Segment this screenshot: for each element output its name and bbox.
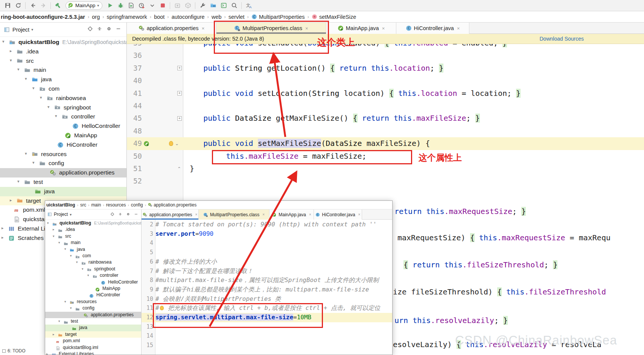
project-panel-header: Project ▾ — [0, 23, 126, 37]
tree-item-java[interactable]: java — [0, 187, 126, 196]
tree-item-src[interactable]: ▾src — [0, 56, 126, 66]
code-text: #multipart.max-file-size，属性可以指定SpringBoo… — [155, 276, 379, 285]
code-line-45[interactable]: 45 public DataSize getMaxFileSize() { re… — [127, 112, 644, 124]
code-line-41[interactable]: 41 public void setLocation(String locati… — [127, 87, 644, 100]
tree-item-controller[interactable]: ▾controller — [0, 112, 126, 121]
collapse-arrow-icon[interactable]: ▾ — [2, 39, 5, 44]
hammer-button[interactable] — [53, 1, 63, 10]
breadcrumb-label: config — [131, 202, 143, 208]
collapse-arrow-icon[interactable]: ▾ — [10, 58, 12, 63]
collapse-button[interactable] — [97, 26, 102, 33]
code-fragment-5[interactable]: urn this.resolveLazily; } — [394, 314, 508, 327]
breadcrumb-item-resources[interactable]: resources — [106, 202, 126, 208]
line-number: 44 — [127, 100, 142, 112]
expand-arrow-icon[interactable]: ▸ — [10, 198, 12, 203]
code-fragment-4[interactable]: ize fileSizeThreshold) { this.fileSizeTh… — [393, 286, 606, 298]
breadcrumb-item-ring-boot-autoconfigure-2-5-3-jar[interactable]: ring-boot-autoconfigure-2.5.3.jar — [1, 14, 85, 20]
collapse-arrow-icon[interactable]: ▾ — [17, 179, 20, 184]
tree-item-idea[interactable]: ▸.idea — [0, 47, 126, 56]
gear-button[interactable] — [106, 26, 112, 33]
code-line-52[interactable]: 52 — [127, 175, 644, 187]
debug-button[interactable] — [115, 1, 126, 10]
tree-item-quickstartblog[interactable]: ▾quickstartBlogE:\Java\SpringBoot\quicks… — [0, 38, 126, 47]
tree-item-test[interactable]: ▾test — [0, 178, 126, 187]
code-fragment-3[interactable]: { return this.fileSizeThreshold; } — [403, 259, 557, 271]
tree-item-label: controller — [71, 112, 95, 121]
breadcrumb-item-config[interactable]: config — [131, 202, 143, 208]
expand-arrow-icon[interactable]: ▸ — [10, 49, 12, 53]
close-tab-icon[interactable]: × — [202, 26, 205, 31]
breadcrumb-label: ring-boot-autoconfigure-2.5.3.jar — [1, 14, 85, 20]
code-fragment-1[interactable]: return this.maxRequestSize; } — [394, 205, 526, 218]
code-line-51[interactable]: 51 }⌃ — [127, 162, 644, 175]
tree-item-resources[interactable]: ▾resources — [0, 150, 126, 159]
hammer-icon — [55, 2, 61, 9]
gear-button[interactable] — [126, 211, 130, 218]
back-button[interactable] — [27, 1, 38, 10]
code-line-3: 3server.port=9090 — [45, 229, 393, 239]
minus-button[interactable] — [134, 211, 138, 218]
chevron-down-icon[interactable]: ▾ — [31, 27, 33, 32]
todo-toolwindow-button[interactable]: 6: TODO — [2, 348, 26, 353]
tree-item-application-properties[interactable]: application.properties — [0, 168, 126, 178]
tree-item-com[interactable]: ▾com — [0, 84, 126, 94]
tree-item-mainapp[interactable]: MainApp — [0, 131, 126, 140]
code-fragment-2[interactable]: maxRequestSize) { this.maxRequestSize = … — [397, 232, 611, 244]
expand-arrow-icon[interactable]: ▸ — [2, 235, 4, 240]
collapse-arrow-icon[interactable]: ▾ — [32, 160, 35, 165]
tree-item-hellocontroller[interactable]: CHelloController — [0, 121, 126, 131]
breadcrumb-item-uickstartblog[interactable]: uickstartBlog — [46, 202, 75, 208]
crosshair-button[interactable] — [110, 211, 114, 218]
collapse-arrow-icon[interactable]: ▾ — [25, 76, 27, 81]
code-line-44[interactable]: 44 — [127, 100, 644, 112]
code-line-36[interactable]: 36 — [127, 49, 644, 62]
tree-item-springboot[interactable]: ▾springboot — [0, 103, 126, 112]
run-button[interactable] — [105, 1, 115, 10]
expand-arrow-icon[interactable]: ▸ — [2, 226, 4, 231]
code-line-48[interactable]: 48 — [127, 125, 644, 137]
breadcrumb-item-org[interactable]: org — [92, 14, 100, 20]
breadcrumb-item-application-properties[interactable]: application.properties — [148, 202, 196, 208]
collapse-arrow-icon[interactable]: ▾ — [55, 114, 57, 118]
breadcrumb-item-src[interactable]: src — [80, 202, 86, 208]
tree-item-hicontroller[interactable]: CHiController — [0, 140, 126, 150]
code-text: # 修改文件上传的大小 — [155, 257, 217, 267]
intention-bulb-icon[interactable] — [169, 141, 173, 146]
reload-button[interactable] — [13, 1, 23, 10]
minus-button[interactable] — [116, 26, 121, 33]
tree-item-main[interactable]: ▾main — [0, 65, 126, 75]
fold-start-icon[interactable]: ⌄ — [175, 141, 179, 146]
breadcrumb-item-main[interactable]: main — [91, 202, 101, 208]
tab-mainapp-java[interactable]: MainApp.java× — [326, 23, 396, 34]
fold-marker-icon[interactable]: + — [177, 116, 182, 121]
collapse-arrow-icon[interactable]: ▾ — [32, 86, 35, 91]
collapse-arrow-icon[interactable]: ▾ — [40, 95, 42, 100]
tab-hicontroller-java[interactable]: CHiController.java× — [396, 23, 469, 34]
run-config-selector[interactable]: MainApp▾ — [65, 2, 102, 10]
fold-marker-icon[interactable]: + — [177, 91, 182, 96]
code-line-49[interactable]: 49 public void setMaxFileSize(DataSize m… — [127, 137, 644, 150]
collapse-arrow-icon[interactable]: ▾ — [25, 151, 27, 156]
class-icon: C — [72, 123, 79, 131]
save-button[interactable] — [2, 1, 13, 10]
collapse-arrow-icon[interactable]: ▾ — [47, 105, 50, 109]
tree-item-rainbowsea[interactable]: ▾rainbowsea — [0, 94, 126, 103]
code-line-37[interactable]: 37 public String getLocation() { return … — [127, 62, 644, 74]
download-sources-link[interactable]: Download Sources — [539, 36, 584, 42]
close-tab-icon[interactable]: × — [382, 26, 385, 31]
tab-application-properties[interactable]: application.properties× — [127, 23, 216, 34]
fold-end-icon[interactable]: ⌃ — [177, 166, 181, 171]
code-line-5: 5 — [45, 248, 393, 257]
collapse-button[interactable] — [118, 211, 122, 218]
fold-marker-icon[interactable]: + — [177, 66, 182, 70]
tree-item-label: test — [33, 178, 43, 187]
code-line-40[interactable]: 40 — [127, 74, 644, 87]
close-tab-icon[interactable]: × — [457, 26, 460, 31]
crosshair-button[interactable] — [87, 26, 93, 33]
line-number: 10 — [142, 294, 153, 304]
tree-item-java[interactable]: ▾java — [0, 75, 126, 84]
tree-item-config[interactable]: ▾config — [0, 159, 126, 168]
forward-button[interactable] — [38, 1, 49, 10]
collapse-arrow-icon[interactable]: ▾ — [17, 67, 20, 72]
toolbar-separator — [25, 2, 26, 9]
